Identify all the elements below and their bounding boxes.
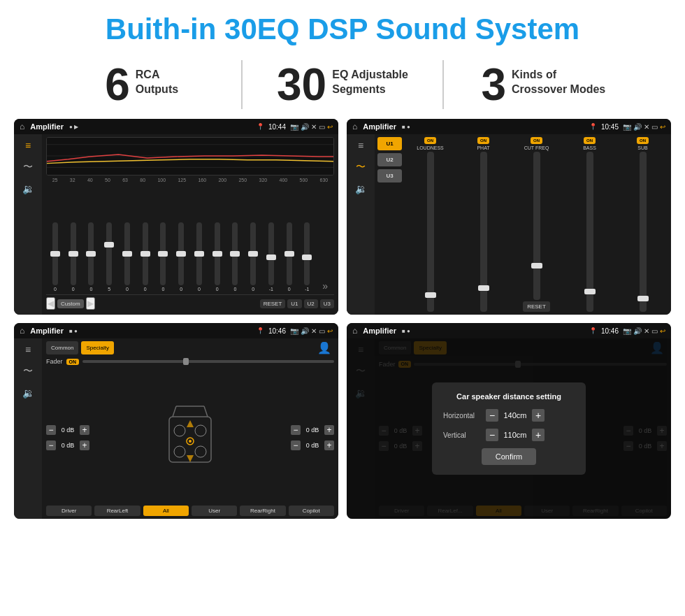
- close-icon-cross: ✕: [311, 327, 317, 335]
- btn-user[interactable]: User: [192, 506, 237, 516]
- home-icon-cross[interactable]: ⌂: [20, 326, 24, 336]
- loudness-toggle[interactable]: ON: [424, 137, 436, 144]
- eq-slider-3[interactable]: 5: [106, 222, 112, 292]
- icons-cross: 📷 🔊 ✕ ▭ ↩: [290, 327, 333, 335]
- btn-copilot[interactable]: Copilot: [289, 506, 334, 516]
- horizontal-minus[interactable]: −: [486, 409, 498, 422]
- left-bottom-minus[interactable]: −: [46, 440, 56, 450]
- cutfreq-toggle[interactable]: ON: [531, 137, 542, 144]
- status-bar-cross: ⌂ Amplifier ■ ● 📍 10:46 📷 🔊 ✕ ▭ ↩: [14, 323, 338, 338]
- more-arrow-icon[interactable]: »: [322, 280, 328, 292]
- preset-u1[interactable]: U1: [377, 137, 402, 150]
- left-bottom-plus[interactable]: +: [80, 440, 89, 450]
- eq-custom-button[interactable]: Custom: [57, 299, 84, 308]
- right-top-minus[interactable]: −: [291, 425, 301, 435]
- loudness-slider[interactable]: [427, 152, 434, 312]
- speaker-icon-cross[interactable]: 🔉: [22, 387, 34, 399]
- fader-label: Fader: [46, 358, 63, 365]
- header: Buith-in 30EQ DSP Sound System: [0, 0, 685, 53]
- eq-slider-7[interactable]: 0: [178, 222, 184, 292]
- vertical-minus[interactable]: −: [486, 429, 498, 441]
- screen-eq: ⌂ Amplifier ● ▶ 📍 10:44 📷 🔊 ✕ ▭ ↩ ≡ 〜 🔉: [14, 119, 338, 315]
- eq-slider-10[interactable]: 0: [232, 222, 238, 292]
- right-top-plus[interactable]: +: [324, 425, 334, 435]
- eq-slider-11[interactable]: 0: [250, 222, 256, 292]
- app-title-eq: Amplifier: [30, 122, 64, 131]
- svg-marker-14: [187, 420, 194, 427]
- eq-slider-9[interactable]: 0: [215, 222, 220, 292]
- wave-icon[interactable]: 〜: [23, 161, 33, 173]
- vertical-val: 110cm: [501, 431, 529, 439]
- wave-icon-amp[interactable]: 〜: [356, 161, 366, 173]
- screen-amp-content: ≡ 〜 🔉 U1 U2 U3 ON LOUDNESS: [347, 134, 671, 315]
- fader-bar[interactable]: [82, 360, 334, 363]
- sub-toggle[interactable]: ON: [637, 137, 649, 144]
- svg-line-5: [173, 406, 176, 417]
- right-channels: − 0 dB + − 0 dB +: [291, 425, 334, 450]
- left-top-minus[interactable]: −: [46, 425, 56, 435]
- eq-reset-button[interactable]: RESET: [260, 299, 286, 308]
- back-icon-cross[interactable]: ↩: [327, 327, 333, 335]
- home-icon-amp[interactable]: ⌂: [352, 122, 357, 131]
- amp-reset[interactable]: RESET: [523, 301, 550, 312]
- icons-eq: 📷 🔊 ✕ ▭ ↩: [290, 123, 333, 131]
- home-icon[interactable]: ⌂: [20, 122, 24, 131]
- tab-common[interactable]: Common: [46, 341, 78, 354]
- back-icon-dlg[interactable]: ↩: [660, 327, 665, 335]
- eq-icon[interactable]: ≡: [25, 140, 31, 151]
- eq-slider-6[interactable]: 0: [160, 222, 166, 292]
- eq-next-button[interactable]: ▶: [86, 297, 95, 310]
- phat-label: PHAT: [477, 145, 489, 150]
- cross-tabs: Common Specialty 👤: [46, 341, 334, 354]
- sub-slider[interactable]: [640, 152, 647, 312]
- btn-rearleft[interactable]: RearLeft: [94, 506, 140, 516]
- eq-slider-13[interactable]: 0: [287, 222, 292, 292]
- left-top-plus[interactable]: +: [80, 425, 89, 435]
- right-bottom-minus[interactable]: −: [291, 440, 301, 450]
- eq-slider-12[interactable]: -1: [268, 222, 274, 292]
- fader-on-badge[interactable]: ON: [66, 359, 80, 365]
- icons-amp: 📷 🔊 ✕ ▭ ↩: [623, 123, 665, 131]
- eq-u3-button[interactable]: U3: [320, 299, 334, 308]
- eq-u2-button[interactable]: U2: [304, 299, 318, 308]
- close-icon-dlg: ✕: [644, 327, 649, 335]
- horizontal-plus[interactable]: +: [532, 409, 545, 422]
- btn-driver[interactable]: Driver: [46, 506, 92, 516]
- speaker-icon-amp[interactable]: 🔉: [355, 183, 367, 194]
- eq-slider-4[interactable]: 0: [124, 222, 130, 292]
- btn-rearright[interactable]: RearRight: [240, 506, 285, 516]
- cutfreq-slider[interactable]: [533, 152, 540, 300]
- phat-toggle[interactable]: ON: [477, 137, 489, 144]
- back-icon[interactable]: ↩: [327, 123, 333, 131]
- eq-slider-5[interactable]: 0: [143, 222, 148, 292]
- back-icon-amp[interactable]: ↩: [660, 123, 665, 131]
- eq-slider-2[interactable]: 0: [88, 222, 94, 292]
- bass-slider[interactable]: [586, 152, 593, 312]
- stat-rca: 6 RCA Outputs: [42, 62, 241, 107]
- vertical-plus[interactable]: +: [532, 429, 545, 441]
- right-bottom-plus[interactable]: +: [324, 440, 334, 450]
- bass-toggle[interactable]: ON: [584, 137, 596, 144]
- eq-u1-button[interactable]: U1: [287, 299, 301, 308]
- time-amp: 10:45: [601, 123, 619, 131]
- home-icon-dlg[interactable]: ⌂: [352, 326, 357, 336]
- eq-icon-amp[interactable]: ≡: [358, 140, 363, 151]
- eq-slider-0[interactable]: 0: [52, 222, 58, 292]
- wave-icon-cross[interactable]: 〜: [23, 365, 33, 378]
- eq-slider-14[interactable]: -1: [304, 222, 310, 292]
- volume-icon: 🔊: [301, 123, 309, 131]
- speaker-icon[interactable]: 🔉: [22, 183, 34, 194]
- screenshots-grid: ⌂ Amplifier ● ▶ 📍 10:44 📷 🔊 ✕ ▭ ↩ ≡ 〜 🔉: [0, 119, 685, 519]
- preset-u2[interactable]: U2: [377, 153, 402, 166]
- tab-specialty[interactable]: Specialty: [81, 341, 113, 354]
- left-sidebar-amp: ≡ 〜 🔉: [347, 134, 375, 315]
- eq-prev-button[interactable]: ◀: [46, 297, 55, 310]
- eq-slider-8[interactable]: 0: [196, 222, 202, 292]
- phat-slider[interactable]: [480, 152, 487, 312]
- preset-u3[interactable]: U3: [377, 169, 402, 182]
- eq-icon-cross[interactable]: ≡: [25, 344, 31, 355]
- eq-slider-1[interactable]: 0: [71, 222, 76, 292]
- loudness-label: LOUDNESS: [417, 145, 444, 150]
- confirm-button[interactable]: Confirm: [482, 448, 537, 465]
- btn-all[interactable]: All: [143, 506, 189, 516]
